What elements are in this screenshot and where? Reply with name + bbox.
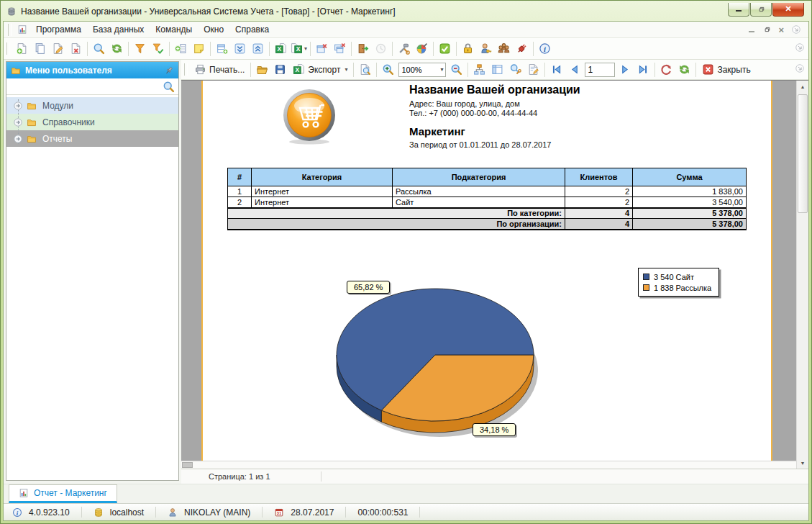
report-toolbar-overflow-button[interactable]: [795, 63, 805, 76]
chevron-down-icon[interactable]: ▾: [345, 66, 347, 73]
sidebar-header[interactable]: Меню пользователя: [6, 62, 178, 78]
export-excel-button[interactable]: [272, 40, 290, 58]
exit-button[interactable]: [354, 40, 372, 58]
mdi-minimize-button[interactable]: [748, 26, 755, 33]
last-page-button[interactable]: [634, 60, 652, 78]
export-button[interactable]: Экспорт▾: [289, 60, 351, 78]
add-record-button[interactable]: [13, 40, 31, 58]
print-button[interactable]: Печать...: [191, 60, 248, 78]
notes-button[interactable]: [190, 40, 208, 58]
sidebar-item-2[interactable]: Справочники: [6, 114, 178, 130]
menu-item-4[interactable]: Окно: [198, 23, 229, 36]
collapse-all-button[interactable]: [249, 40, 267, 58]
menu-item-5[interactable]: Справка: [229, 23, 275, 36]
sidebar-search-row[interactable]: [6, 78, 178, 95]
chevrons-down-icon: [234, 42, 246, 55]
expand-icon[interactable]: [13, 134, 23, 144]
horizontal-scrollbar[interactable]: [181, 461, 796, 469]
refresh-report-button[interactable]: [675, 60, 693, 78]
zoom-out-button[interactable]: [447, 60, 465, 78]
undo-button[interactable]: [657, 60, 675, 78]
preview-button[interactable]: [356, 60, 374, 78]
panels-icon: [491, 63, 503, 76]
minimize-button[interactable]: [728, 3, 749, 17]
expand-all-button[interactable]: [231, 40, 249, 58]
horizontal-scrollbar-thumb[interactable]: [182, 462, 193, 468]
mdi-restore-button[interactable]: [762, 25, 771, 34]
import-excel-button[interactable]: ▾: [290, 40, 308, 58]
mdi-close-button[interactable]: ×: [778, 24, 784, 35]
expand-icon[interactable]: [13, 117, 23, 127]
appearance-button[interactable]: [413, 40, 431, 58]
delete-record-button[interactable]: [67, 40, 85, 58]
menu-item-1[interactable]: Программа: [30, 23, 87, 36]
connections-button[interactable]: [513, 40, 531, 58]
open-report-button[interactable]: [253, 60, 271, 78]
vertical-scrollbar-thumb[interactable]: [798, 94, 808, 213]
folder-open-icon: [256, 63, 268, 76]
close-report-button[interactable]: Закрыть: [698, 60, 754, 78]
edit-record-button[interactable]: [49, 40, 67, 58]
next-page-button[interactable]: [616, 60, 634, 78]
field-chooser-button[interactable]: [213, 40, 231, 58]
toolbar-separator: [654, 63, 655, 77]
sidebar-item-3[interactable]: Отчеты: [6, 130, 178, 147]
page-number-input[interactable]: [585, 63, 615, 77]
vertical-scrollbar[interactable]: ▲ ▼: [796, 81, 808, 469]
filter-button[interactable]: [131, 40, 149, 58]
close-all-windows-button[interactable]: [331, 40, 349, 58]
table-row: 2ИнтернетСайт23 540,00: [228, 197, 747, 208]
scroll-down-button[interactable]: ▼: [797, 457, 808, 469]
lock-button[interactable]: [459, 40, 477, 58]
calendar-icon: [274, 507, 284, 518]
report-page: Название Вашей организации Адрес: Ваш го…: [203, 81, 771, 461]
menu-item-3[interactable]: Команды: [150, 23, 198, 36]
zoom-in-button[interactable]: [379, 60, 397, 78]
sidebar-item-label: Отчеты: [42, 134, 72, 144]
toolbar-grip[interactable]: [6, 42, 10, 55]
window-close-icon: [316, 42, 328, 55]
menu-overflow-button[interactable]: [791, 24, 801, 35]
tab-report-marketing[interactable]: Отчет - Маркетинг: [9, 484, 117, 503]
toolbar-overflow-button[interactable]: [795, 42, 805, 55]
report-structure-button[interactable]: [470, 60, 488, 78]
copy-record-button[interactable]: [31, 40, 49, 58]
toolbar-grip[interactable]: [184, 63, 188, 76]
pin-icon[interactable]: [164, 66, 174, 76]
restore-button[interactable]: [750, 3, 772, 17]
edit-report-button[interactable]: [524, 60, 542, 78]
save-report-button[interactable]: [271, 60, 289, 78]
close-window-button[interactable]: [313, 40, 331, 58]
users-button[interactable]: [495, 40, 513, 58]
search-icon[interactable]: [163, 81, 175, 93]
menu-grip[interactable]: [8, 24, 12, 36]
refresh-button[interactable]: [108, 40, 126, 58]
service-tools-button[interactable]: [395, 40, 413, 58]
user-rights-button[interactable]: [477, 40, 495, 58]
about-button[interactable]: [536, 40, 554, 58]
scroll-up-button[interactable]: ▲: [797, 81, 808, 92]
zoom-level-combo[interactable]: 100%▾: [398, 63, 446, 77]
add-field-button[interactable]: [172, 40, 190, 58]
windows-close-all-icon: [334, 42, 346, 55]
first-page-button[interactable]: [547, 60, 565, 78]
chevron-down-icon[interactable]: ▾: [440, 66, 443, 73]
expand-icon[interactable]: [13, 101, 23, 111]
title-bar[interactable]: Название Вашей организации - Универсальн…: [2, 2, 810, 20]
menu-item-2[interactable]: База данных: [87, 23, 150, 36]
tab-label: Отчет - Маркетинг: [34, 488, 107, 498]
audit-button[interactable]: [436, 40, 454, 58]
excel-import-icon: [291, 42, 303, 55]
search-button[interactable]: [90, 40, 108, 58]
panels-button[interactable]: [488, 60, 506, 78]
table-cell: Интернет: [252, 197, 393, 208]
filter-apply-button[interactable]: [149, 40, 167, 58]
previous-page-button[interactable]: [565, 60, 583, 78]
toolbar-separator: [169, 42, 170, 56]
report-window-icon: [17, 24, 27, 35]
find-in-report-button[interactable]: [506, 60, 524, 78]
table-header-cell: Клиентов: [565, 168, 633, 186]
sidebar-item-1[interactable]: Модули: [6, 97, 178, 114]
chevron-down-icon[interactable]: ▾: [304, 45, 307, 52]
close-button[interactable]: ✕: [772, 3, 804, 17]
